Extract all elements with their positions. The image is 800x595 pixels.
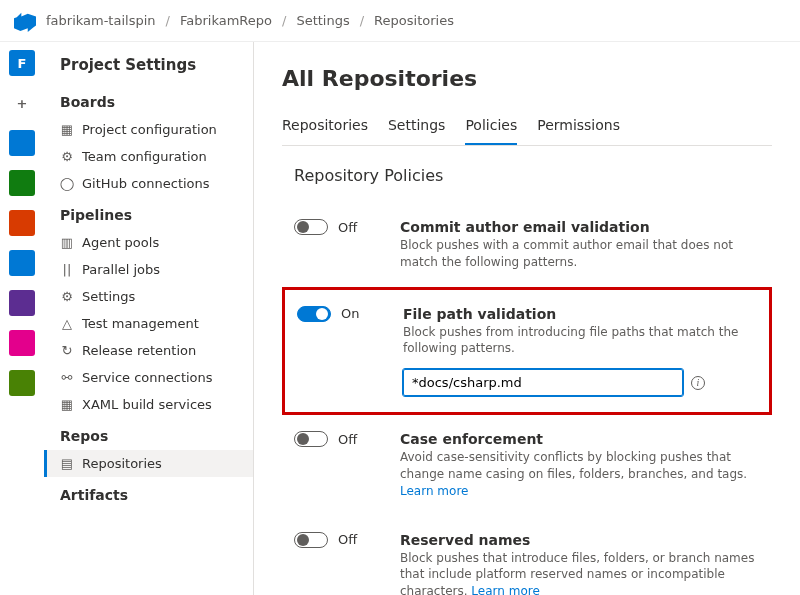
sidebar-item[interactable]: ⚯Service connections (44, 364, 253, 391)
breadcrumb-item[interactable]: FabrikamRepo (180, 13, 272, 28)
policy-description: Block pushes from introducing file paths… (403, 324, 757, 358)
sidebar-item-icon: ⚙ (60, 290, 74, 304)
toggle-state-label: On (341, 306, 359, 321)
policy-toggle[interactable] (294, 431, 328, 447)
sidebar-item-label: Release retention (82, 343, 196, 358)
sidebar-item[interactable]: ▥Agent pools (44, 229, 253, 256)
sidebar-group-title: Repos (44, 418, 253, 450)
sidebar-item[interactable]: ⚙Team configuration (44, 143, 253, 170)
section-title: Repository Policies (282, 166, 772, 185)
policy-row: OffCommit author email validationBlock p… (282, 203, 772, 287)
rail-item[interactable] (9, 330, 35, 356)
sidebar-group-title: Pipelines (44, 197, 253, 229)
info-icon[interactable]: i (691, 376, 705, 390)
sidebar-item[interactable]: ▦Project configuration (44, 116, 253, 143)
breadcrumb-item[interactable]: Repositories (374, 13, 454, 28)
sidebar-group-title: Artifacts (44, 477, 253, 509)
toggle-state-label: Off (338, 220, 357, 235)
sidebar-heading: Project Settings (44, 56, 253, 84)
main-content: All Repositories RepositoriesSettingsPol… (254, 42, 800, 595)
policy-description: Avoid case-sensitivity conflicts by bloc… (400, 449, 760, 499)
sidebar-item-icon: || (60, 263, 74, 277)
rail-item[interactable] (9, 130, 35, 156)
sidebar-item-icon: ▦ (60, 398, 74, 412)
sidebar-item[interactable]: △Test management (44, 310, 253, 337)
sidebar-item-label: Test management (82, 316, 199, 331)
tab-settings[interactable]: Settings (388, 109, 445, 145)
policy-row: OffReserved namesBlock pushes that intro… (282, 516, 772, 595)
rail-item[interactable] (9, 370, 35, 396)
sidebar-item-label: Agent pools (82, 235, 159, 250)
sidebar-item[interactable]: ↻Release retention (44, 337, 253, 364)
breadcrumb-item[interactable]: Settings (296, 13, 349, 28)
rail-item[interactable] (9, 170, 35, 196)
sidebar-item-icon: ⚙ (60, 150, 74, 164)
toggle-state-label: Off (338, 532, 357, 547)
sidebar-item-icon: △ (60, 317, 74, 331)
sidebar-item-icon: ▦ (60, 123, 74, 137)
nav-rail: F+ (0, 42, 44, 595)
sidebar-item[interactable]: ⚙Settings (44, 283, 253, 310)
sidebar-item-icon: ↻ (60, 344, 74, 358)
policy-toggle[interactable] (294, 532, 328, 548)
sidebar-item-label: XAML build services (82, 397, 212, 412)
breadcrumb-separator: / (282, 13, 286, 28)
rail-item[interactable]: + (9, 90, 35, 116)
policy-toggle[interactable] (294, 219, 328, 235)
azure-devops-logo-icon[interactable] (14, 10, 36, 32)
policy-title: Commit author email validation (400, 219, 760, 235)
toggle-state-label: Off (338, 432, 357, 447)
policy-toggle[interactable] (297, 306, 331, 322)
breadcrumb-item[interactable]: fabrikam-tailspin (46, 13, 156, 28)
policy-description: Block pushes that introduce files, folde… (400, 550, 760, 595)
sidebar-item-label: GitHub connections (82, 176, 210, 191)
policy-row: OffCase enforcementAvoid case-sensitivit… (282, 415, 772, 515)
tabs: RepositoriesSettingsPoliciesPermissions (282, 109, 772, 146)
tab-permissions[interactable]: Permissions (537, 109, 620, 145)
learn-more-link[interactable]: Learn more (471, 584, 539, 595)
sidebar-item-label: Team configuration (82, 149, 207, 164)
rail-item[interactable] (9, 210, 35, 236)
page-title: All Repositories (282, 66, 772, 109)
sidebar-item-icon: ▥ (60, 236, 74, 250)
policy-title: Case enforcement (400, 431, 760, 447)
tab-policies[interactable]: Policies (465, 109, 517, 145)
policy-description: Block pushes with a commit author email … (400, 237, 760, 271)
sidebar-item-icon: ◯ (60, 177, 74, 191)
sidebar-item[interactable]: ▦XAML build services (44, 391, 253, 418)
topbar: fabrikam-tailspin/FabrikamRepo/Settings/… (0, 0, 800, 42)
sidebar-item[interactable]: ◯GitHub connections (44, 170, 253, 197)
rail-item[interactable]: F (9, 50, 35, 76)
sidebar-item[interactable]: ||Parallel jobs (44, 256, 253, 283)
sidebar-item-icon: ⚯ (60, 371, 74, 385)
learn-more-link[interactable]: Learn more (400, 484, 468, 498)
policy-title: Reserved names (400, 532, 760, 548)
sidebar-item-label: Parallel jobs (82, 262, 160, 277)
sidebar-item-label: Repositories (82, 456, 162, 471)
sidebar-item-label: Settings (82, 289, 135, 304)
breadcrumb-separator: / (360, 13, 364, 28)
policy-title: File path validation (403, 306, 757, 322)
file-path-pattern-input[interactable] (403, 369, 683, 396)
rail-item[interactable] (9, 290, 35, 316)
tab-repositories[interactable]: Repositories (282, 109, 368, 145)
policy-row: OnFile path validationBlock pushes from … (282, 287, 772, 416)
sidebar-item-label: Project configuration (82, 122, 217, 137)
sidebar-group-title: Boards (44, 84, 253, 116)
rail-item[interactable] (9, 250, 35, 276)
sidebar-item-icon: ▤ (60, 457, 74, 471)
breadcrumb: fabrikam-tailspin/FabrikamRepo/Settings/… (46, 13, 454, 28)
sidebar-item[interactable]: ▤Repositories (44, 450, 253, 477)
breadcrumb-separator: / (166, 13, 170, 28)
sidebar-item-label: Service connections (82, 370, 213, 385)
sidebar: Project Settings Boards▦Project configur… (44, 42, 254, 595)
